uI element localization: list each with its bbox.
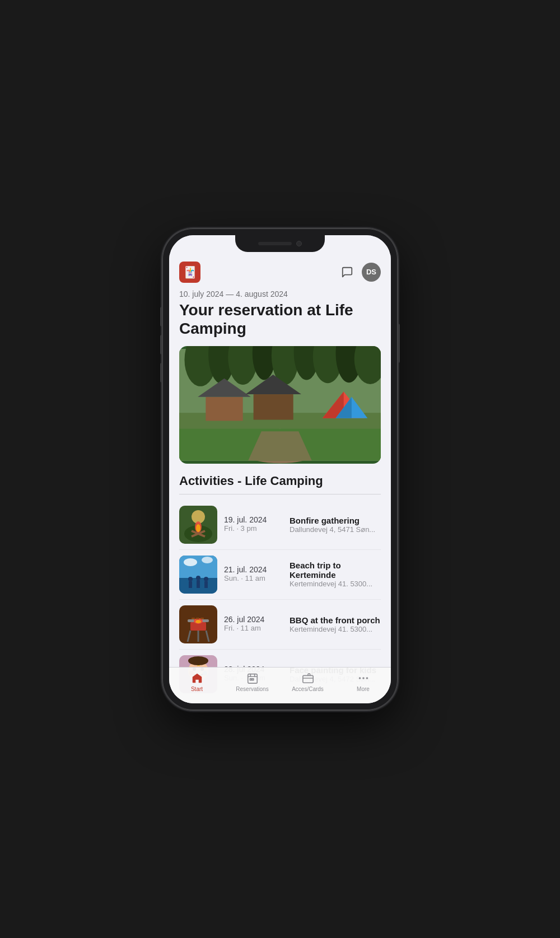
logo-icon: 🃏 bbox=[183, 265, 197, 279]
activity-thumb-3 bbox=[179, 605, 217, 643]
app-logo[interactable]: 🃏 bbox=[179, 262, 200, 283]
activity-date-2: 21. jul. 2024 bbox=[224, 565, 283, 574]
nav-label-access: Acces/Cards bbox=[292, 686, 324, 692]
svg-point-80 bbox=[366, 677, 368, 679]
bottom-nav: Start Reservations bbox=[169, 667, 391, 703]
svg-rect-76 bbox=[302, 675, 312, 683]
nav-item-start[interactable]: Start bbox=[169, 672, 225, 692]
nav-label-more: More bbox=[357, 686, 370, 692]
svg-point-50 bbox=[195, 620, 201, 623]
home-icon bbox=[191, 672, 203, 684]
activity-info-1: Bonfire gathering Dallundevej 4, 5471 Sø… bbox=[290, 516, 381, 534]
nav-item-more[interactable]: More bbox=[335, 672, 391, 692]
svg-point-38 bbox=[184, 558, 197, 566]
notch bbox=[235, 235, 325, 252]
activity-location-2: Kertemindevej 41. 5300... bbox=[290, 580, 381, 588]
more-icon bbox=[357, 672, 370, 684]
svg-point-39 bbox=[202, 557, 213, 563]
activity-meta-3: 26. jul 2024 Fri. · 11 am bbox=[224, 615, 283, 633]
reservations-icon bbox=[246, 672, 259, 684]
reservation-title: Your reservation at Life Camping bbox=[179, 301, 381, 338]
list-item[interactable]: 19. jul. 2024 Fri. · 3 pm Bonfire gather… bbox=[179, 500, 381, 550]
date-range: 10. july 2024 — 4. august 2024 bbox=[179, 290, 381, 298]
svg-point-79 bbox=[362, 677, 365, 679]
access-icon bbox=[302, 672, 314, 684]
activity-time-1: Fri. · 3 pm bbox=[224, 524, 283, 533]
svg-rect-74 bbox=[250, 678, 251, 680]
activity-meta-1: 19. jul. 2024 Fri. · 3 pm bbox=[224, 515, 283, 534]
main-content: 10. july 2024 — 4. august 2024 Your rese… bbox=[169, 287, 391, 703]
activity-info-3: BBQ at the front porch Kertemindevej 41.… bbox=[290, 615, 381, 633]
nav-label-reservations: Reservations bbox=[236, 686, 268, 692]
svg-rect-43 bbox=[197, 580, 200, 588]
camera bbox=[296, 241, 302, 246]
svg-rect-51 bbox=[192, 618, 195, 619]
activity-date-1: 19. jul. 2024 bbox=[224, 515, 283, 524]
nav-item-access[interactable]: Acces/Cards bbox=[280, 672, 335, 692]
svg-rect-19 bbox=[206, 396, 242, 421]
svg-rect-75 bbox=[252, 678, 254, 680]
activity-thumb-1 bbox=[179, 506, 217, 544]
screen-content[interactable]: 🃏 DS 10. july 2024 — 4. august 2024 Y bbox=[169, 235, 391, 703]
nav-label-start: Start bbox=[191, 686, 203, 692]
svg-point-42 bbox=[196, 576, 200, 580]
activity-info-2: Beach trip to Kerteminde Kertemindevej 4… bbox=[290, 561, 381, 588]
app-header: 🃏 DS bbox=[169, 255, 391, 287]
svg-rect-41 bbox=[189, 581, 192, 588]
avatar[interactable]: DS bbox=[362, 263, 381, 282]
svg-rect-53 bbox=[200, 618, 204, 619]
list-item[interactable]: 26. jul 2024 Fri. · 11 am BBQ at the fro… bbox=[179, 600, 381, 650]
svg-rect-21 bbox=[254, 394, 293, 419]
svg-rect-52 bbox=[196, 618, 199, 619]
activity-date-3: 26. jul 2024 bbox=[224, 615, 283, 624]
activity-meta-2: 21. jul. 2024 Sun. · 11 am bbox=[224, 565, 283, 584]
list-item[interactable]: 21. jul. 2024 Sun. · 11 am Beach trip to… bbox=[179, 550, 381, 600]
header-right: DS bbox=[338, 263, 381, 282]
activity-time-2: Sun. · 11 am bbox=[224, 574, 283, 582]
section-divider bbox=[179, 494, 381, 494]
camping-image bbox=[179, 346, 381, 464]
chat-icon[interactable] bbox=[338, 263, 356, 281]
activity-location-3: Kertemindevej 41. 5300... bbox=[290, 625, 381, 633]
activity-name-3: BBQ at the front porch bbox=[290, 615, 381, 625]
activities-title: Activities - Life Camping bbox=[179, 474, 381, 488]
activity-thumb-2 bbox=[179, 556, 217, 594]
activity-name-2: Beach trip to Kerteminde bbox=[290, 561, 381, 580]
svg-point-44 bbox=[204, 577, 208, 581]
svg-point-64 bbox=[188, 656, 208, 665]
svg-rect-45 bbox=[204, 581, 208, 588]
svg-point-40 bbox=[188, 577, 193, 581]
activity-time-3: Fri. · 11 am bbox=[224, 624, 283, 632]
nav-item-reservations[interactable]: Reservations bbox=[225, 672, 280, 692]
activity-location-1: Dallundevej 4, 5471 Søn... bbox=[290, 525, 381, 534]
speaker bbox=[258, 242, 292, 245]
svg-point-78 bbox=[358, 677, 361, 679]
svg-point-34 bbox=[196, 524, 200, 532]
phone-screen: 🃏 DS 10. july 2024 — 4. august 2024 Y bbox=[169, 235, 391, 703]
phone-frame: 🃏 DS 10. july 2024 — 4. august 2024 Y bbox=[162, 228, 398, 710]
activity-name-1: Bonfire gathering bbox=[290, 516, 381, 525]
